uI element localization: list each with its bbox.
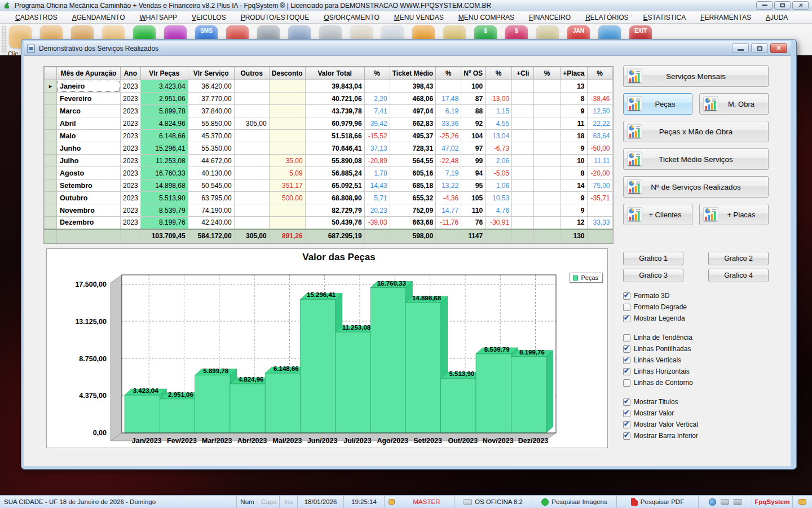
cell-total[interactable]: 68.808,90 — [305, 192, 364, 204]
table-row[interactable]: Marco20235.899,7837.840,0043.739,787,414… — [45, 105, 613, 117]
cell-os[interactable]: 99 — [461, 155, 486, 167]
cell-pecas[interactable]: 4.824,96 — [140, 117, 188, 130]
cell-outros[interactable] — [234, 80, 269, 93]
cell-pecas[interactable]: 103.709,45 — [140, 229, 188, 243]
globe-icon[interactable] — [709, 498, 716, 506]
cell-mes[interactable]: Setembro — [57, 179, 121, 192]
cell-desconto[interactable] — [269, 117, 305, 130]
cell-os[interactable]: 100 — [461, 80, 486, 93]
cell-pct[interactable]: 20,23 — [364, 204, 390, 217]
cell-placa[interactable]: 10 — [561, 155, 587, 167]
cell-total[interactable]: 40.721,06 — [305, 93, 364, 105]
cell-pct[interactable]: -20,89 — [364, 155, 390, 167]
menu-item-ferramentas[interactable]: FERRAMENTAS — [693, 12, 758, 23]
cell-placa[interactable]: 8 — [561, 93, 587, 105]
cell-desconto[interactable] — [269, 142, 305, 155]
cell-pct[interactable]: 2,20 — [364, 93, 390, 105]
button-clientes[interactable]: + Clientes — [623, 204, 692, 225]
cell-servico[interactable]: 74.190,00 — [188, 204, 234, 217]
button-pecas[interactable]: Peças — [623, 93, 692, 115]
cell-pct[interactable]: -6,73 — [486, 142, 512, 155]
cell-ano[interactable]: 2023 — [121, 142, 141, 155]
cell-pct[interactable]: 13,04 — [486, 130, 512, 142]
cell-pct[interactable]: -13,00 — [486, 93, 512, 105]
cell-pct[interactable]: 33,33 — [587, 217, 612, 229]
table-row[interactable]: Outubro20235.513,9063.795,00500,0068.808… — [45, 192, 613, 204]
cell-ano[interactable]: 2023 — [121, 155, 141, 167]
button-pecas-x-mao-de-obra[interactable]: Peças x Mão de Obra — [623, 121, 769, 142]
cell-placa[interactable]: 13 — [561, 80, 587, 93]
cell-outros[interactable] — [234, 204, 269, 217]
cell-pct[interactable]: 63,64 — [587, 130, 612, 142]
cell-cli[interactable] — [512, 130, 534, 142]
cell-ticket[interactable]: 468,06 — [390, 93, 435, 105]
cell-pct[interactable]: 37,13 — [364, 142, 390, 155]
cell-pct[interactable] — [587, 229, 612, 243]
cell-ticket[interactable]: 598,00 — [390, 229, 435, 243]
button-grafico-3[interactable]: Grafico 3 — [623, 269, 683, 282]
cell-servico[interactable]: 55.350,00 — [188, 142, 234, 155]
cell-pct[interactable]: -11,76 — [436, 217, 461, 229]
cell-os[interactable]: 104 — [461, 130, 486, 142]
cell-pct[interactable] — [534, 179, 561, 192]
cell-placa[interactable]: 18 — [561, 130, 587, 142]
cell-cli[interactable] — [512, 80, 534, 93]
checkbox-linha-de-tendencia[interactable] — [623, 334, 630, 341]
cell-total[interactable]: 65.092,51 — [305, 179, 364, 192]
printer-icon[interactable] — [721, 499, 729, 505]
cell-mes[interactable]: Janeiro — [57, 80, 121, 93]
cell-cli[interactable] — [512, 155, 534, 167]
cell-pct[interactable]: 39,42 — [364, 117, 390, 130]
cell-os[interactable]: 76 — [461, 217, 486, 229]
cell-pct[interactable] — [534, 142, 561, 155]
menu-item-menu-vendas[interactable]: MENU VENDAS — [387, 12, 451, 23]
cell-pct[interactable] — [534, 117, 561, 130]
cell-pct[interactable] — [436, 229, 461, 243]
cell-pct[interactable] — [486, 80, 512, 93]
button-n-de-servicos-realizados[interactable]: Nº de Serviços Realizados — [623, 176, 769, 198]
cell-pct[interactable]: -20,00 — [587, 167, 612, 179]
menu-item-cadastros[interactable]: CADASTROS — [8, 12, 65, 23]
cell-pct[interactable]: 6,19 — [436, 105, 461, 117]
cell-pct[interactable]: 13,22 — [436, 179, 461, 192]
cell-ticket[interactable]: 564,55 — [390, 155, 435, 167]
menu-item-veiculos[interactable]: VEICULOS — [184, 12, 233, 23]
cell-placa[interactable]: 130 — [561, 229, 587, 243]
cell-ano[interactable]: 2023 — [121, 204, 141, 217]
cell-outros[interactable] — [234, 192, 269, 204]
cell-pecas[interactable]: 2.951,06 — [140, 93, 188, 105]
restore-button[interactable] — [774, 1, 791, 10]
cell-ticket[interactable]: 495,37 — [390, 130, 435, 142]
table-row[interactable]: Agosto202316.760,3340.130,005,0956.885,2… — [45, 167, 613, 179]
cell-outros[interactable] — [234, 130, 269, 142]
cell-pecas[interactable]: 14.898,68 — [140, 179, 188, 192]
cell-pct[interactable] — [534, 204, 561, 217]
cell-pct[interactable] — [534, 217, 561, 229]
cell-cli[interactable] — [512, 93, 534, 105]
cell-total[interactable]: 51.518,66 — [305, 130, 364, 142]
table-row[interactable]: Novembro20238.539,7974.190,0082.729,7920… — [45, 204, 613, 217]
cell-pecas[interactable]: 3.423,04 — [140, 80, 188, 93]
table-row[interactable]: ►Janeiro20233.423,0436.420,0039.843,0439… — [45, 80, 613, 93]
cell-mes[interactable]: Agosto — [57, 167, 121, 179]
cell-pct[interactable]: 5,71 — [364, 192, 390, 204]
cell-pct[interactable]: 33,36 — [436, 117, 461, 130]
cell-mes[interactable]: Abril — [57, 117, 121, 130]
cell-desconto[interactable] — [269, 93, 305, 105]
cell-pct[interactable]: -39,03 — [364, 217, 390, 229]
button-grafico-4[interactable]: Grafico 4 — [708, 269, 769, 282]
cell-pct[interactable]: 12,50 — [587, 105, 612, 117]
cell-ticket[interactable]: 497,04 — [390, 105, 435, 117]
cell-desconto[interactable]: 35,00 — [269, 155, 305, 167]
cell-os[interactable]: 110 — [461, 204, 486, 217]
cell-desconto[interactable] — [269, 130, 305, 142]
cell-mes[interactable] — [57, 229, 121, 243]
cell-pct[interactable]: -5,05 — [486, 167, 512, 179]
cell-pct[interactable] — [364, 80, 390, 93]
cell-total[interactable]: 60.979,96 — [305, 117, 364, 130]
cell-pecas[interactable]: 16.760,33 — [140, 167, 188, 179]
cell-mes[interactable]: Maio — [57, 130, 121, 142]
checkbox-linhas-verticais[interactable] — [623, 357, 630, 364]
button-grafico-1[interactable]: Grafico 1 — [623, 252, 683, 265]
cell-desconto[interactable] — [269, 80, 305, 93]
